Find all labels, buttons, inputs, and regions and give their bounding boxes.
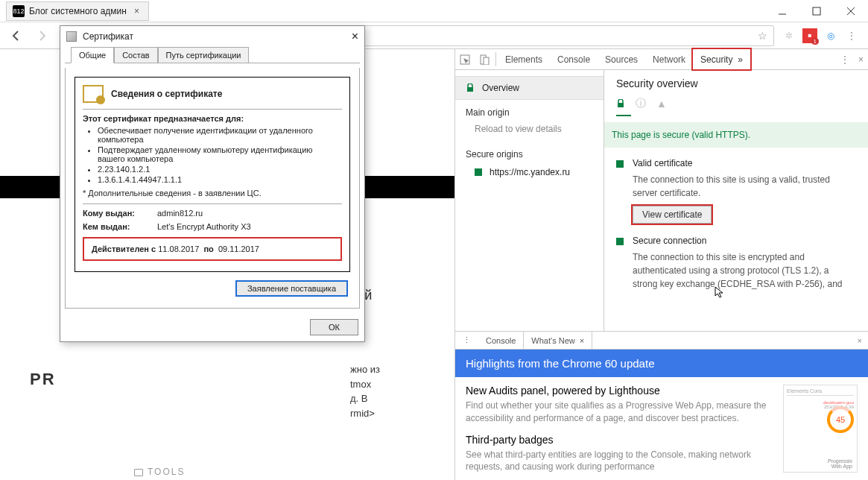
security-overview-title: Security overview bbox=[616, 78, 856, 89]
devtools-drawer: ⋮ Console What's New × × Highlights from… bbox=[455, 331, 868, 480]
issued-to-value: admin812.ru bbox=[157, 209, 342, 218]
menu-icon[interactable]: ⋮ bbox=[844, 28, 859, 43]
tab-elements[interactable]: Elements bbox=[498, 49, 550, 69]
sidebar-overview[interactable]: Overview bbox=[455, 76, 604, 100]
extension-paw-icon[interactable]: ✲ bbox=[782, 28, 796, 43]
drawer-menu-icon[interactable]: ⋮ bbox=[455, 332, 478, 349]
info-icon: ⓘ bbox=[636, 97, 646, 110]
whatsnew-thumbnail: Elements Cons developers.goo 253/2017, 9… bbox=[783, 385, 858, 473]
score-donut-icon: 45 bbox=[827, 406, 854, 433]
tools-label[interactable]: TOOLS bbox=[134, 467, 185, 477]
certificate-tabs: Общие Состав Путь сертификации bbox=[65, 47, 360, 63]
forward-icon[interactable] bbox=[31, 25, 52, 46]
cert-tab-path[interactable]: Путь сертификации bbox=[158, 47, 250, 63]
devtools-close-icon[interactable]: × bbox=[854, 49, 868, 69]
badges-desc: See what third-party entities are loggin… bbox=[466, 449, 776, 474]
list-item: Обеспечивает получение идентификации от … bbox=[98, 126, 342, 144]
secure-square-icon bbox=[616, 238, 624, 245]
window-titlebar: 812 Блог системного админ × bbox=[0, 0, 868, 22]
favicon-icon: 812 bbox=[13, 5, 25, 17]
page-body-fragment: жно из tmox д. В rmid> bbox=[350, 362, 447, 420]
tab-title: Блог системного админ bbox=[29, 6, 127, 16]
close-window-icon[interactable] bbox=[834, 0, 868, 22]
certificate-window-icon bbox=[66, 31, 77, 42]
issued-by-label: Кем выдан: bbox=[83, 222, 157, 231]
security-sidebar: Overview Main origin Reload to view deta… bbox=[455, 70, 604, 331]
maximize-icon[interactable] bbox=[799, 0, 834, 22]
devtools-tabs: Elements Console Sources Network Securit… bbox=[455, 49, 868, 70]
inspect-icon[interactable] bbox=[455, 49, 475, 69]
secure-square-icon bbox=[475, 168, 482, 176]
svg-rect-9 bbox=[618, 103, 624, 107]
devtools-menu-icon[interactable]: ⋮ bbox=[836, 49, 854, 69]
lock-icon bbox=[616, 99, 625, 108]
issued-by-value: Let's Encrypt Authority X3 bbox=[157, 222, 342, 231]
pr-logo: PR bbox=[30, 370, 56, 389]
tab-network[interactable]: Network bbox=[645, 49, 693, 69]
bookmark-icon[interactable]: ☆ bbox=[758, 30, 767, 42]
cert-purpose-list: Обеспечивает получение идентификации от … bbox=[98, 126, 342, 184]
audits-desc: Find out whether your site qualifies as … bbox=[466, 400, 776, 425]
svg-rect-7 bbox=[484, 57, 489, 65]
security-main: Security overview ⓘ ▲ This page is secur… bbox=[604, 70, 868, 331]
list-item: 1.3.6.1.4.1.44947.1.1.1 bbox=[98, 175, 342, 184]
secure-connection-desc: The connection to this site is encrypted… bbox=[633, 250, 856, 291]
devtools-panel: Elements Console Sources Network Securit… bbox=[454, 49, 868, 480]
lock-icon bbox=[466, 83, 475, 92]
extension-badge: 1 bbox=[811, 38, 819, 45]
certificate-title: Сертификат bbox=[83, 31, 346, 42]
svg-rect-1 bbox=[813, 7, 820, 15]
secure-square-icon bbox=[616, 160, 624, 168]
certificate-dialog: Сертификат × Общие Состав Путь сертифика… bbox=[60, 25, 365, 342]
sidebar-secure-origins-header: Secure origins bbox=[455, 142, 604, 162]
device-icon[interactable] bbox=[475, 49, 494, 69]
drawer-tab-whatsnew[interactable]: What's New × bbox=[523, 331, 592, 349]
whatsnew-highlights: Highlights from the Chrome 60 update bbox=[455, 350, 868, 377]
ok-button[interactable]: ОК bbox=[310, 319, 358, 335]
secure-banner: This page is secure (valid HTTPS). bbox=[604, 122, 868, 148]
list-item: Подтверждает удаленному компьютеру идент… bbox=[98, 145, 342, 163]
sidebar-origin-item[interactable]: https://mc.yandex.ru bbox=[455, 162, 604, 182]
tab-console[interactable]: Console bbox=[550, 49, 598, 69]
drawer-close-icon[interactable]: × bbox=[852, 332, 868, 349]
sidebar-main-origin-header: Main origin bbox=[455, 100, 604, 121]
drawer-tab-console[interactable]: Console bbox=[478, 332, 523, 349]
cursor-icon bbox=[715, 286, 726, 298]
view-certificate-button[interactable]: View certificate bbox=[633, 206, 712, 224]
cert-tab-general[interactable]: Общие bbox=[71, 47, 114, 63]
list-item: 2.23.140.1.2.1 bbox=[98, 165, 342, 174]
valid-certificate-desc: The connection to this site is using a v… bbox=[633, 173, 856, 200]
close-tab-icon[interactable]: × bbox=[131, 6, 142, 16]
svg-rect-8 bbox=[467, 87, 473, 92]
minimize-icon[interactable] bbox=[765, 0, 799, 22]
cert-tab-details[interactable]: Состав bbox=[114, 47, 157, 63]
folder-icon bbox=[134, 469, 143, 476]
browser-tab[interactable]: 812 Блог системного админ × bbox=[6, 1, 149, 21]
close-icon[interactable]: × bbox=[352, 30, 358, 43]
sidebar-reload-hint: Reload to view details bbox=[455, 121, 604, 142]
audits-title: New Audits panel, powered by Lighthouse bbox=[466, 385, 776, 397]
extension-red-icon[interactable]: ■ 1 bbox=[802, 28, 817, 43]
cert-extra-note: * Дополнительные сведения - в заявлении … bbox=[83, 189, 342, 198]
warning-icon: ▲ bbox=[656, 98, 667, 110]
validity-highlight: Действителен с 11.08.2017 по 09.11.2017 bbox=[83, 237, 342, 261]
extension-blue-icon[interactable]: ◎ bbox=[823, 28, 838, 43]
certificate-icon bbox=[83, 85, 104, 103]
issued-to-label: Кому выдан: bbox=[83, 209, 157, 218]
issuer-statement-button[interactable]: Заявление поставщика bbox=[236, 281, 347, 296]
valid-certificate-title: Valid certificate bbox=[633, 158, 856, 168]
close-icon[interactable]: × bbox=[580, 336, 584, 345]
cert-purpose-label: Этот сертификат предназначается для: bbox=[83, 114, 342, 123]
tab-security[interactable]: Security » bbox=[693, 49, 750, 69]
secure-connection-title: Secure connection bbox=[633, 236, 856, 246]
tab-sources[interactable]: Sources bbox=[598, 49, 645, 69]
certificate-header: Сведения о сертификате bbox=[111, 89, 222, 99]
back-icon[interactable] bbox=[6, 25, 27, 46]
badges-title: Third-party badges bbox=[466, 434, 776, 446]
